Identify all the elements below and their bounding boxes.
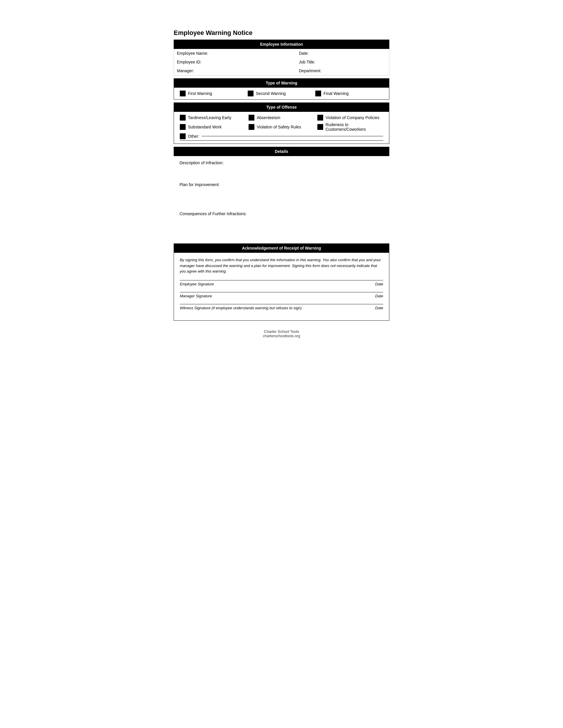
employee-sig-date-label: Date	[375, 282, 383, 286]
rudeness-checkbox[interactable]	[317, 124, 323, 130]
other-option[interactable]: Other:	[180, 133, 383, 141]
footer-line2: charterschooltools.org	[174, 334, 389, 338]
employee-info-header: Employee Information	[174, 40, 389, 49]
employee-id-label: Employee ID:	[174, 58, 296, 66]
tardiness-checkbox[interactable]	[180, 115, 186, 121]
main-title: Employee Warning Notice	[174, 29, 389, 37]
company-policies-checkbox[interactable]	[317, 115, 323, 121]
employee-sig-label: Employee Signature	[180, 282, 214, 286]
table-row: Employee Name: Date:	[174, 49, 389, 58]
safety-rules-checkbox[interactable]	[248, 124, 254, 130]
second-warning-option[interactable]: Second Warning	[248, 91, 316, 96]
absenteeism-checkbox[interactable]	[248, 115, 254, 121]
other-label: Other:	[188, 134, 199, 139]
employee-name-label: Employee Name:	[174, 49, 296, 58]
consequences-label: Consequences of Further Infractions:	[179, 211, 384, 216]
page: Employee Warning Notice Employee Informa…	[156, 12, 407, 350]
warning-type-section: Type of Warning First Warning Second War…	[174, 78, 389, 100]
department-label: Department:	[296, 66, 389, 75]
witness-sig-line: Witness Signature (if employee understan…	[180, 304, 383, 310]
first-warning-option[interactable]: First Warning	[180, 91, 248, 96]
details-section: Details Description of Infraction: Plan …	[174, 147, 389, 243]
signature-block: Employee Signature Date Manager Signatur…	[180, 280, 383, 310]
manager-label: Manager:	[174, 66, 296, 75]
ack-header: Acknowledgement of Receipt of Warning	[174, 243, 389, 253]
offense-type-section: Type of Offense Tardiness/Leaving Early …	[174, 103, 389, 144]
tardiness-label: Tardiness/Leaving Early	[188, 115, 231, 120]
ack-content: By signing this form, you confirm that y…	[174, 253, 389, 321]
tardiness-option[interactable]: Tardiness/Leaving Early	[180, 115, 246, 121]
manager-sig-line: Manager Signature Date	[180, 292, 383, 298]
substandard-work-checkbox[interactable]	[180, 124, 186, 130]
offense-options-container: Tardiness/Leaving Early Absenteeism Viol…	[174, 112, 389, 144]
manager-sig-label: Manager Signature	[180, 294, 212, 298]
details-header: Details	[174, 147, 389, 156]
offense-grid: Tardiness/Leaving Early Absenteeism Viol…	[180, 115, 383, 132]
second-warning-label: Second Warning	[256, 91, 286, 96]
final-warning-checkbox[interactable]	[315, 91, 321, 96]
offense-type-header: Type of Offense	[174, 103, 389, 112]
details-content: Description of Infraction: Plan for Impr…	[174, 156, 389, 243]
final-warning-option[interactable]: Final Warning	[315, 91, 383, 96]
plan-label: Plan for Improvement:	[179, 182, 384, 187]
footer: Charter School Tools charterschooltools.…	[174, 329, 389, 338]
final-warning-label: Final Warning	[324, 91, 349, 96]
date-label: Date:	[296, 49, 389, 58]
witness-sig-date-label: Date	[375, 306, 383, 310]
description-space	[179, 166, 384, 182]
description-label: Description of Infraction:	[179, 160, 384, 165]
employee-info-section: Employee Information Employee Name: Date…	[174, 40, 389, 75]
rudeness-label: Rudeness to Customers/Coworkers	[326, 122, 383, 132]
first-warning-label: First Warning	[188, 91, 212, 96]
ack-text: By signing this form, you confirm that y…	[180, 257, 383, 274]
first-warning-checkbox[interactable]	[180, 91, 186, 96]
second-warning-checkbox[interactable]	[248, 91, 253, 96]
warning-options-container: First Warning Second Warning Final Warni…	[174, 88, 389, 100]
company-policies-label: Violation of Company Policies	[326, 115, 380, 120]
manager-sig-date-label: Date	[375, 294, 383, 298]
safety-rules-option[interactable]: Violation of Safety Rules	[248, 122, 315, 132]
consequences-space	[179, 217, 384, 241]
employee-info-table: Employee Name: Date: Employee ID: Job Ti…	[174, 49, 389, 75]
job-title-label: Job Title:	[296, 58, 389, 66]
acknowledgement-section: Acknowledgement of Receipt of Warning By…	[174, 243, 389, 321]
absenteeism-label: Absenteeism	[257, 115, 280, 120]
warning-type-header: Type of Warning	[174, 78, 389, 88]
table-row: Employee ID: Job Title:	[174, 58, 389, 66]
substandard-work-label: Substandard Work	[188, 125, 222, 129]
rudeness-option[interactable]: Rudeness to Customers/Coworkers	[317, 122, 383, 132]
absenteeism-option[interactable]: Absenteeism	[248, 115, 315, 121]
substandard-work-option[interactable]: Substandard Work	[180, 122, 246, 132]
company-policies-option[interactable]: Violation of Company Policies	[317, 115, 383, 121]
footer-line1: Charter School Tools	[174, 329, 389, 334]
witness-sig-label: Witness Signature (if employee understan…	[180, 306, 302, 310]
table-row: Manager: Department:	[174, 66, 389, 75]
plan-space	[179, 188, 384, 211]
other-checkbox[interactable]	[180, 133, 186, 139]
safety-rules-label: Violation of Safety Rules	[257, 125, 301, 129]
employee-sig-line: Employee Signature Date	[180, 280, 383, 286]
